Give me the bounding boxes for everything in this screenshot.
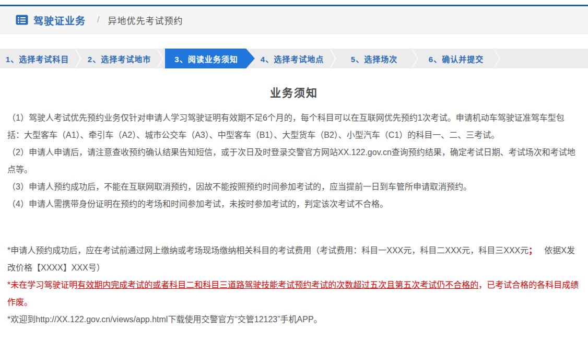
step-separator-icon [157,49,164,68]
step-label: 6、确认并提交 [429,53,484,64]
notice-paragraph-2: （2）申请人申请后，请注意查收预约确认结果告知短信，或于次日及时登录交警官方网站… [7,144,581,178]
expiry-warning-note: *未在学习驾驶证明有效期内完成考试的或者科目二和科目三道路驾驶技能考试预约考试的… [7,276,581,311]
breadcrumb-section[interactable]: 驾驶证业务 [33,13,86,27]
breadcrumb-separator: / [97,15,99,25]
step-separator-icon [330,49,337,68]
notice-paragraph-4: （4）申请人需携带身份证明在预约的考场和时间参加考试，未按时参加考试的，判定该次… [7,195,581,213]
step-4-select-site[interactable]: 4、选择考试地点 [255,49,330,68]
notice-paragraphs: （1）驾驶人考试优先预约业务仅针对申请人学习驾驶证明有效期不足6个月的，每个科目… [7,109,581,213]
notice-paragraph-1: （1）驾驶人考试优先预约业务仅针对申请人学习驾驶证明有效期不足6个月的，每个科目… [7,109,581,144]
step-label: 5、选择场次 [351,53,397,64]
app-download-note: *欢迎到http://XX.122.gov.cn/views/app.html下… [7,311,581,328]
step-label: 4、选择考试地点 [261,53,324,64]
step-1-select-subject[interactable]: 1、选择考试科目 [0,49,75,68]
steps-bar: 1、选择考试科目 2、选择考试地市 3、阅读业务须知 4、选择考试地点 5、选择… [0,49,588,68]
step-label: 2、选择考试地市 [88,53,151,64]
fee-note-red-mark: ； [528,246,537,255]
page-header: 驾驶证业务 / 异地优先考试预约 [0,5,588,34]
notice-title: 业务须知 [7,84,581,100]
step-label: 3、阅读业务须知 [174,53,238,64]
step-separator-icon [411,49,419,68]
top-spacer [0,0,588,5]
list-menu-icon [16,15,28,25]
step-6-confirm-submit[interactable]: 6、确认并提交 [419,49,493,68]
notice-paragraph-3: （3）申请人预约成功后，不能在互联网取消预约，因故不能按照预约时间参加考试的，应… [7,178,581,195]
fee-note-text: *申请人预约成功后，应在考试前通过网上缴纳或考场现场缴纳相关科目的考试费用（考试… [7,246,528,255]
step-separator-icon [493,49,501,68]
warning-text-start: *未在学习驾驶证明 [7,280,77,289]
steps-bar-filler [501,49,588,68]
warning-text-underlined: 有效期内完成考试的或者科目二和科目三道路驾驶技能考试预约考试的次数超过五次且第五… [77,280,478,289]
step-separator-icon [75,49,82,68]
breadcrumb-page-title: 异地优先考试预约 [108,14,183,27]
fee-note: *申请人预约成功后，应在考试前通过网上缴纳或考场现场缴纳相关科目的考试费用（考试… [7,242,581,276]
step-3-read-notice-active[interactable]: 3、阅读业务须知 [165,49,255,68]
step-label: 1、选择考试科目 [6,53,69,64]
notice-content: 业务须知 （1）驾驶人考试优先预约业务仅针对申请人学习驾驶证明有效期不足6个月的… [0,84,588,328]
step-2-select-city[interactable]: 2、选择考试地市 [82,49,157,68]
step-5-select-session[interactable]: 5、选择场次 [337,49,411,68]
